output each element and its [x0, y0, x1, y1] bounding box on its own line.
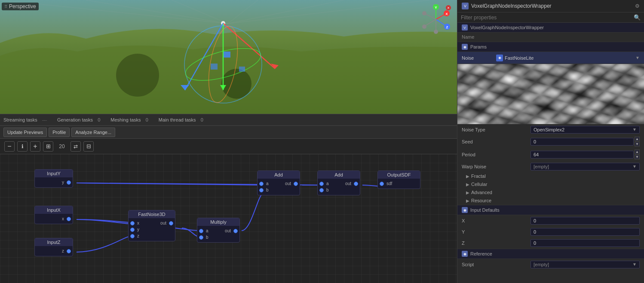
resource-row[interactable]: ▶ Resource	[457, 197, 644, 205]
filter-input[interactable]	[461, 15, 631, 21]
port-add2-a-in[interactable]	[319, 182, 324, 186]
inspector-body: V VoxelGraphNodeInspectorWrapper Name ◉ …	[457, 23, 644, 283]
viewport[interactable]: ⠿ Perspective Y X Z	[0, 0, 457, 114]
warp-noise-dropdown[interactable]: [empty] ▼	[531, 163, 640, 170]
port-add1-out[interactable]	[294, 182, 298, 186]
svg-text:X: X	[445, 12, 448, 16]
port-mul-b-in[interactable]	[199, 235, 203, 240]
fractal-arrow: ▶	[466, 174, 469, 179]
zoom-in-button[interactable]: +	[30, 141, 40, 152]
zoom-out-button[interactable]: −	[4, 141, 15, 152]
node-inputZ-title: InputZ	[35, 238, 73, 246]
y-default-input[interactable]	[531, 228, 640, 236]
script-label: Script	[462, 262, 531, 267]
view-toggle-button[interactable]: ⊟	[83, 141, 94, 152]
node-fn-z-row: z	[129, 233, 175, 239]
inspector-wrapper-label: VoxelGraphNodeInspectorWrapper	[470, 25, 544, 30]
port-inputX-x-out[interactable]	[67, 217, 71, 221]
node-add1-title: Add	[258, 171, 300, 179]
noise-dropdown-arrow[interactable]: ▼	[635, 55, 640, 60]
name-row: Name	[457, 33, 644, 42]
port-add2-out[interactable]	[354, 182, 358, 186]
svg-point-32	[422, 11, 426, 15]
svg-point-36	[422, 24, 426, 29]
reference-icon: ◉	[462, 251, 468, 257]
noise-property-row: Noise ◉ FastNoiseLite ▼	[457, 52, 644, 64]
inspector-title-row: V VoxelGraphNodeInspectorWrapper	[462, 3, 552, 9]
port-inputY-y-out[interactable]	[67, 180, 71, 185]
node-inputX[interactable]: InputX x	[34, 206, 73, 224]
port-mul-a-in[interactable]	[199, 229, 203, 233]
generation-tasks: Generation tasks 0	[57, 117, 100, 122]
meshing-tasks: Meshing tasks 0	[110, 117, 148, 122]
period-input[interactable]	[531, 151, 634, 158]
period-down[interactable]: ▼	[635, 155, 640, 159]
node-inputZ-port-z: z	[35, 248, 73, 254]
port-mul-out[interactable]	[233, 229, 238, 233]
reference-label: Reference	[470, 251, 492, 256]
left-panel: ⠿ Perspective Y X Z	[0, 0, 457, 283]
node-inputY-port-y: y	[35, 179, 73, 186]
zoom-value: 20	[56, 143, 68, 149]
node-inputY[interactable]: InputY y	[34, 169, 73, 188]
node-fastnoise3d[interactable]: FastNoise3D x out y	[128, 210, 175, 241]
node-add2-title: Add	[318, 171, 360, 179]
advanced-row[interactable]: ▶ Advanced	[457, 189, 644, 197]
noise-type-dropdown[interactable]: OpenSimplex2 ▼	[531, 126, 640, 134]
x-default-input[interactable]	[531, 217, 640, 225]
update-previews-button[interactable]: Update Previews	[3, 128, 47, 137]
noise-canvas	[457, 64, 644, 124]
profile-button[interactable]: Profile	[49, 128, 70, 137]
svg-rect-21	[239, 67, 245, 72]
graph-toolbar: − ℹ + ⊞ 20 ⇄ ⊟	[0, 139, 457, 154]
script-row: Script [empty] ▼	[457, 259, 644, 270]
node-add2[interactable]: Add a out b	[317, 170, 360, 195]
z-default-input[interactable]	[531, 239, 640, 247]
port-sdf-in[interactable]	[380, 182, 384, 186]
main-thread-tasks: Main thread tasks 0	[159, 117, 203, 122]
swap-button[interactable]: ⇄	[71, 141, 81, 152]
port-fn-y-in[interactable]	[130, 228, 135, 232]
cellular-row[interactable]: ▶ Cellular	[457, 180, 644, 189]
node-multiply[interactable]: Multiply a out b	[197, 218, 240, 243]
inspector-settings-icon[interactable]: ⚙	[635, 3, 640, 9]
svg-point-2	[221, 69, 251, 99]
node-inputZ[interactable]: InputZ z	[34, 238, 73, 256]
arrange-button[interactable]: ⊞	[43, 141, 53, 152]
port-fn-z-in[interactable]	[130, 234, 135, 238]
graph-canvas[interactable]: InputY y InputX x InputZ	[0, 154, 457, 283]
streaming-tasks: Streaming tasks ---	[3, 117, 47, 122]
port-add2-b-in[interactable]	[319, 188, 324, 192]
seed-input[interactable]	[531, 138, 634, 146]
analyze-range-button[interactable]: Analyze Range...	[71, 128, 115, 137]
node-add2-body: a out b	[318, 179, 360, 195]
node-outputsdf[interactable]: OutputSDF sdf	[377, 170, 420, 189]
script-dropdown[interactable]: [empty] ▼	[531, 261, 640, 268]
period-up[interactable]: ▲	[635, 149, 640, 154]
node-fn-y-row: y	[129, 226, 175, 233]
noise-value: FastNoiseLite	[505, 55, 634, 61]
node-inputY-title: InputY	[35, 170, 73, 177]
section-icon-wrapper: V	[462, 24, 468, 30]
svg-line-31	[425, 14, 436, 19]
inspector-icon: V	[462, 3, 469, 9]
input-defaults-icon: ◉	[462, 207, 468, 213]
node-multiply-body: a out b	[197, 226, 239, 242]
info-button[interactable]: ℹ	[17, 141, 28, 152]
node-fastnoise3d-body: x out y z	[129, 218, 175, 241]
seed-up[interactable]: ▲	[635, 137, 640, 141]
fractal-row[interactable]: ▶ Fractal	[457, 172, 644, 180]
node-outputsdf-title: OutputSDF	[378, 171, 420, 179]
period-label: Period	[462, 152, 531, 157]
node-add1[interactable]: Add a out b	[257, 170, 300, 195]
port-fn-out[interactable]	[169, 221, 173, 225]
noise-preview	[457, 64, 644, 124]
port-add1-b-in[interactable]	[259, 188, 264, 192]
seed-down[interactable]: ▼	[635, 142, 640, 146]
node-mul-a-row: a out	[197, 228, 239, 234]
port-fn-x-in[interactable]	[130, 221, 135, 225]
node-outputsdf-body: sdf	[378, 179, 420, 189]
cellular-arrow: ▶	[466, 182, 469, 187]
port-inputZ-z-out[interactable]	[67, 249, 71, 253]
port-add1-a-in[interactable]	[259, 182, 264, 186]
